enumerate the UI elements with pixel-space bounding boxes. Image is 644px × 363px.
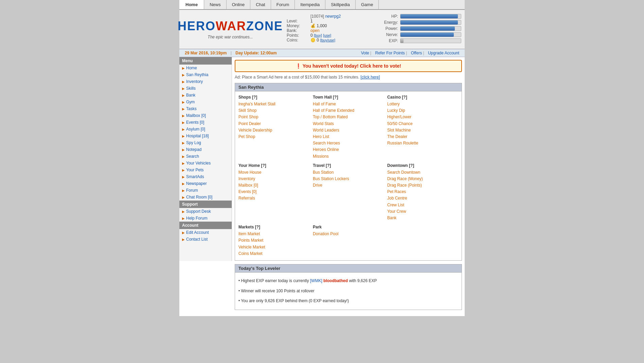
sidebar-item-home[interactable]: ▶ Home <box>179 65 232 71</box>
sidebar-item-hospital[interactable]: ▶ Hospital [18] <box>179 133 232 139</box>
ad-click-link[interactable]: [click here] <box>360 75 380 80</box>
sidebar-item-spy-log[interactable]: ▶ Spy Log <box>179 139 232 146</box>
power-bar-bg <box>400 26 461 31</box>
lucky-dip-link[interactable]: Lucky Dip <box>387 107 458 114</box>
search-heroes-link[interactable]: Search Heroes <box>313 140 384 146</box>
hall-of-fame-ext-link[interactable]: Hall of Fame Extended <box>313 107 384 114</box>
pet-shop-link[interactable]: Pet Shop <box>238 134 309 140</box>
logo: HEROWARZONE <box>178 19 283 33</box>
nav-forum[interactable]: Forum <box>271 0 295 9</box>
point-shop-link[interactable]: Point Shop <box>238 114 309 120</box>
nav-skillpedia[interactable]: Skillpedia <box>325 0 356 9</box>
your-home-title: Your Home [?] <box>238 163 309 168</box>
bus-station-lockers-link[interactable]: Bus Station Lockers <box>313 176 384 182</box>
home-events-link[interactable]: Events [0] <box>238 189 309 195</box>
vehicle-dealership-link[interactable]: Vehicle Dealership <box>238 127 309 134</box>
nav-news[interactable]: News <box>204 0 227 9</box>
heroes-online-link[interactable]: Heroes Online <box>313 146 384 153</box>
sidebar-item-asylum[interactable]: ▶ Asylum [0] <box>179 126 232 133</box>
point-dealer-link[interactable]: Point Dealer <box>238 121 309 127</box>
russian-roulette-link[interactable]: Russian Roulette <box>387 140 458 146</box>
sidebar-item-skills[interactable]: ▶ Skills <box>179 85 232 92</box>
player-name-link[interactable]: newrpg2 <box>325 14 341 19</box>
missions-link[interactable]: Missions <box>313 153 384 160</box>
sidebar-item-inventory[interactable]: ▶ Inventory <box>179 78 232 85</box>
your-crew-link[interactable]: Your Crew <box>387 208 458 215</box>
coins-val: 🪙 0 [buy/use] <box>310 38 373 42</box>
sidebar-item-mailbox[interactable]: ▶ Mailbox [0] <box>179 112 232 119</box>
sidebar-item-your-vehicles[interactable]: ▶ Your Vehicles <box>179 160 232 167</box>
nav-chat[interactable]: Chat <box>250 0 271 9</box>
move-house-link[interactable]: Move House <box>238 169 309 176</box>
nav-itempedia[interactable]: Itempedia <box>295 0 325 9</box>
downtown-bank-link[interactable]: Bank <box>387 215 458 221</box>
vehicle-market-link[interactable]: Vehicle Market <box>238 244 309 250</box>
empty-section <box>387 225 458 257</box>
logo-war: WAR <box>216 19 246 33</box>
donation-pool-link[interactable]: Donation Pool <box>313 231 384 237</box>
referrals-link[interactable]: Referrals <box>238 195 309 202</box>
nav-online[interactable]: Online <box>227 0 251 9</box>
sidebar-item-edit-account[interactable]: ▶ Edit Account <box>179 229 232 236</box>
sidebar-item-help-forum[interactable]: ▶ Help Forum <box>179 215 232 222</box>
sidebar-item-events[interactable]: ▶ Events [0] <box>179 119 232 126</box>
5050-link[interactable]: 50/50 Chance <box>387 121 458 127</box>
sidebar-label-help-forum: Help Forum <box>186 216 208 221</box>
upgrade-link[interactable]: Upgrade Account <box>428 51 459 55</box>
top-bottom-link[interactable]: Top / Bottom Rated <box>313 114 384 120</box>
points-buy-link[interactable]: [buy] <box>314 33 322 37</box>
sidebar-label-skills: Skills <box>186 86 196 91</box>
sidebar-item-newspaper[interactable]: ▶ Newspaper <box>179 180 232 187</box>
points-market-link[interactable]: Points Market <box>238 237 309 244</box>
bus-station-link[interactable]: Bus Station <box>313 169 384 176</box>
the-dealer-link[interactable]: The Dealer <box>387 134 458 140</box>
bank-link[interactable]: open <box>310 28 320 33</box>
job-centre-link[interactable]: Job Centre <box>387 195 458 202</box>
points-use-link[interactable]: [use] <box>323 33 331 37</box>
sidebar-item-bank[interactable]: ▶ Bank <box>179 92 232 99</box>
higher-lower-link[interactable]: Higher/Lower <box>387 114 458 120</box>
item-market-link[interactable]: Item Market <box>238 231 309 237</box>
skill-shop-link[interactable]: Skill Shop <box>238 107 309 114</box>
world-stats-link[interactable]: World Stats <box>313 121 384 127</box>
drive-link[interactable]: Drive <box>313 182 384 189</box>
slot-machine-link[interactable]: Slot Machine <box>387 127 458 134</box>
support-header: Support <box>179 201 232 208</box>
sidebar-label-inventory: Inventory <box>186 79 203 84</box>
nav-home[interactable]: Home <box>179 0 204 9</box>
hall-of-fame-link[interactable]: Hall of Fame <box>313 101 384 107</box>
nav-game[interactable]: Game <box>356 0 379 9</box>
sidebar-item-forum[interactable]: ▶ Forum <box>179 187 232 194</box>
coins-buy-use-link[interactable]: [buy/use] <box>320 38 335 42</box>
sidebar-item-smartads[interactable]: ▶ SmartAds <box>179 173 232 180</box>
sidebar-item-san-reythia[interactable]: ▶ San Reythia <box>179 71 232 78</box>
sidebar-item-notepad[interactable]: ▶ Notepad <box>179 146 232 153</box>
crew-list-link[interactable]: Crew List <box>387 202 458 208</box>
sidebar-label-hospital: Hospital [18] <box>186 134 209 138</box>
sidebar-item-contact-list[interactable]: ▶ Contact List <box>179 236 232 243</box>
lottery-link[interactable]: Lottery <box>387 101 458 107</box>
pet-races-link[interactable]: Pet Races <box>387 189 458 195</box>
vote-banner[interactable]: ❗ You haven't voted today! Click here to… <box>235 60 462 72</box>
sidebar-item-tasks[interactable]: ▶ Tasks <box>179 105 232 112</box>
sidebar-item-search[interactable]: ▶ Search <box>179 153 232 160</box>
iregas-market-link[interactable]: Iregha's Market Stall <box>238 101 309 107</box>
home-mailbox-link[interactable]: Mailbox [0] <box>238 182 309 189</box>
offers-link[interactable]: Offers <box>411 51 422 55</box>
sidebar-item-support-desk[interactable]: ▶ Support Desk <box>179 208 232 215</box>
drag-race-points-link[interactable]: Drag Race (Points) <box>387 182 458 189</box>
search-downtown-link[interactable]: Search Downtown <box>387 169 458 176</box>
sidebar-item-chat-room[interactable]: ▶ Chat Room [0] <box>179 194 232 201</box>
vote-link[interactable]: Vote <box>361 51 369 55</box>
coins-market-link[interactable]: Coins Market <box>238 250 309 257</box>
money-amount: 1,000 <box>317 23 327 28</box>
drag-race-money-link[interactable]: Drag Race (Money) <box>387 176 458 182</box>
energy-bar-bg <box>400 20 461 25</box>
refer-link[interactable]: Refer For Points <box>375 51 405 55</box>
sidebar-item-gym[interactable]: ▶ Gym <box>179 99 232 105</box>
hero-list-link[interactable]: Hero List <box>313 134 384 140</box>
ad-text: Ad: Place a Smart Ad here at a cost of $… <box>235 75 359 80</box>
world-leaders-link[interactable]: World Leaders <box>313 127 384 134</box>
sidebar-item-your-pets[interactable]: ▶ Your Pets <box>179 167 232 173</box>
home-inventory-link[interactable]: Inventory <box>238 176 309 182</box>
